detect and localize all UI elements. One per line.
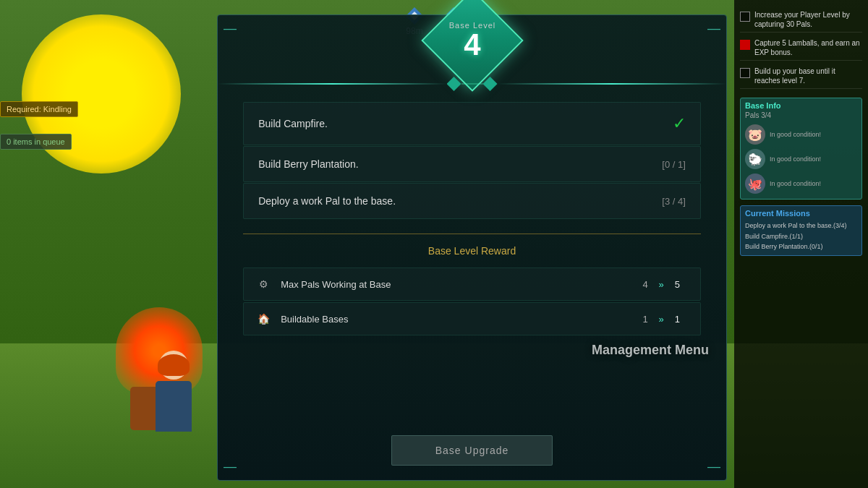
connector-node-left bbox=[447, 77, 461, 91]
pal-avatar-2: 🐑 bbox=[745, 149, 765, 169]
pal-entry-3: 🐙 In good condition! bbox=[745, 171, 857, 196]
quest-checkbox-3 bbox=[740, 68, 750, 78]
task-row-2: Build Berry Plantation. [0 / 1] bbox=[243, 146, 701, 182]
pal-entry-1: 🐷 In good condition! bbox=[745, 122, 857, 147]
reward-section: Base Level Reward ⚙ Max Pals Working at … bbox=[243, 234, 701, 337]
missions-header: Current Missions bbox=[745, 209, 857, 218]
connector-line-right bbox=[498, 83, 727, 85]
connector-node-right bbox=[483, 77, 498, 91]
player-character bbox=[145, 351, 203, 445]
kindling-notification: Required: Kindling bbox=[0, 101, 78, 117]
level-diamond: Base Level 4 bbox=[414, 8, 530, 73]
reward-row-2: 🏠 Buildable Bases 1 » 1 bbox=[243, 302, 701, 335]
task-row-3: Deploy a work Pal to the base. [3 / 4] bbox=[243, 183, 701, 219]
reward-to-2: 1 bbox=[675, 314, 689, 325]
pal-status-1: In good condition! bbox=[770, 131, 821, 138]
missions-panel: Current Missions Deploy a work Pal to th… bbox=[740, 205, 862, 256]
base-level-number: 4 bbox=[464, 30, 480, 60]
task-text-2: Build Berry Plantation. bbox=[258, 158, 359, 170]
base-info-header: Base Info bbox=[745, 101, 857, 110]
pal-avatar-3: 🐙 bbox=[745, 174, 765, 194]
diamond-inner: Base Level 4 bbox=[438, 6, 507, 75]
corner-decoration-tl: — bbox=[224, 21, 237, 36]
pal-avatar-1: 🐷 bbox=[745, 124, 765, 145]
task-row-1: Build Campfire. ✓ bbox=[243, 102, 701, 145]
bases-icon: 🏠 bbox=[255, 310, 272, 328]
sun bbox=[22, 14, 181, 174]
connector-line-left bbox=[218, 83, 447, 85]
task-text-1: Build Campfire. bbox=[258, 118, 328, 129]
reward-label-2: Buildable Bases bbox=[281, 314, 642, 325]
base-upgrade-modal: — — — — Base Level 4 Build Campfire. ✓ B… bbox=[217, 14, 727, 481]
reward-row-1: ⚙ Max Pals Working at Base 4 » 5 bbox=[243, 267, 701, 301]
corner-decoration-tr: — bbox=[707, 21, 720, 36]
mission-item-3: Build Berry Plantation.(0/1) bbox=[745, 241, 857, 252]
reward-label-1: Max Pals Working at Base bbox=[281, 279, 642, 290]
quest-item-1: Increase your Player Level by capturing … bbox=[740, 7, 862, 33]
mission-item-1: Deploy a work Pal to the base.(3/4) bbox=[745, 221, 857, 231]
reward-title: Base Level Reward bbox=[243, 245, 701, 257]
pal-entry-2: 🐑 In good condition! bbox=[745, 147, 857, 171]
pals-count: Pals 3/4 bbox=[745, 111, 857, 119]
connector-bar bbox=[218, 73, 726, 95]
pals-icon: ⚙ bbox=[255, 275, 272, 293]
queue-notification: 0 items in queue bbox=[0, 134, 72, 150]
quest-checkbox-1 bbox=[740, 12, 750, 22]
reward-arrow-2: » bbox=[659, 314, 664, 325]
bottom-section: Base Upgrade bbox=[243, 435, 701, 466]
reward-arrow-1: » bbox=[659, 279, 664, 290]
task-status-2: [0 / 1] bbox=[662, 159, 686, 170]
pal-status-2: In good condition! bbox=[770, 155, 821, 163]
quest-item-3: Build up your base until it reaches leve… bbox=[740, 64, 862, 89]
quest-text-1: Increase your Player Level by capturing … bbox=[754, 10, 862, 29]
quest-text-2: Capture 5 Lamballs, and earn an EXP bonu… bbox=[754, 38, 862, 57]
corner-decoration-br: — bbox=[707, 459, 720, 474]
base-info-panel: Base Info Pals 3/4 🐷 In good condition! … bbox=[740, 98, 862, 200]
quest-text-3: Build up your base until it reaches leve… bbox=[754, 67, 862, 85]
task-status-3: [3 / 4] bbox=[662, 196, 686, 207]
tasks-section: Build Campfire. ✓ Build Berry Plantation… bbox=[243, 102, 701, 219]
reward-from-1: 4 bbox=[642, 279, 647, 290]
upgrade-button[interactable]: Base Upgrade bbox=[391, 435, 553, 466]
quest-item-2: Capture 5 Lamballs, and earn an EXP bonu… bbox=[740, 35, 862, 61]
reward-from-2: 1 bbox=[642, 314, 647, 325]
corner-decoration-bl: — bbox=[224, 459, 237, 474]
right-panel: Increase your Player Level by capturing … bbox=[734, 0, 868, 488]
task-check-1: ✓ bbox=[673, 114, 686, 133]
reward-to-1: 5 bbox=[675, 279, 689, 290]
task-text-3: Deploy a work Pal to the base. bbox=[258, 195, 396, 207]
mission-item-2: Build Campfire.(1/1) bbox=[745, 231, 857, 242]
pal-status-3: In good condition! bbox=[770, 180, 821, 187]
management-menu-label: Management Menu bbox=[592, 343, 709, 358]
quest-checkbox-2 bbox=[740, 40, 750, 50]
connector-mid bbox=[461, 83, 483, 85]
